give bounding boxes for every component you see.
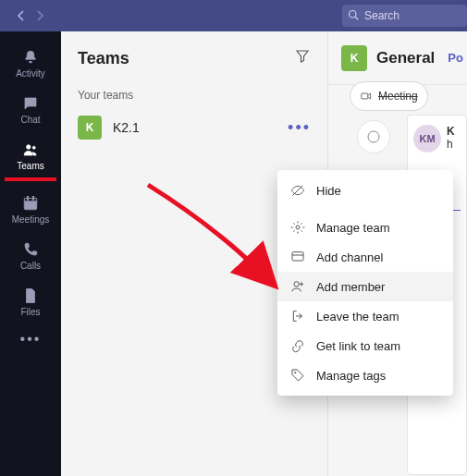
search-icon xyxy=(348,9,359,23)
teams-panel-title: Teams xyxy=(78,49,294,68)
rail-more-button[interactable]: ••• xyxy=(20,331,42,348)
team-avatar: K xyxy=(78,116,102,140)
svg-rect-6 xyxy=(27,197,29,201)
annotation-underline xyxy=(5,177,56,181)
rail-files[interactable]: Files xyxy=(0,279,61,325)
svg-line-1 xyxy=(355,17,358,19)
calendar-icon xyxy=(22,195,39,212)
title-bar: Search xyxy=(0,0,467,31)
hide-icon xyxy=(290,183,305,198)
meet-button[interactable]: Meeting xyxy=(350,81,428,111)
menu-hide[interactable]: Hide xyxy=(277,176,453,205)
add-member-icon xyxy=(290,279,305,294)
channel-avatar: K xyxy=(341,45,367,71)
search-input[interactable]: Search xyxy=(342,5,467,27)
svg-rect-12 xyxy=(292,252,303,261)
menu-manage-tags[interactable]: Manage tags xyxy=(277,360,453,390)
rail-files-label: Files xyxy=(20,307,40,317)
rail-meetings[interactable]: Meetings xyxy=(0,187,61,233)
svg-rect-5 xyxy=(24,199,37,201)
filter-button[interactable] xyxy=(294,48,311,68)
team-context-menu: Hide Manage team Add channel Add member … xyxy=(277,170,453,396)
menu-manage-team[interactable]: Manage team xyxy=(277,213,453,242)
svg-point-14 xyxy=(294,282,299,287)
gear-icon xyxy=(290,220,305,235)
svg-rect-8 xyxy=(362,93,368,99)
rail-activity[interactable]: Activity xyxy=(0,41,61,87)
rail-calls-label: Calls xyxy=(20,261,41,271)
feed-author: K xyxy=(447,125,455,138)
menu-label: Add member xyxy=(316,280,385,294)
leave-icon xyxy=(290,309,305,323)
svg-point-11 xyxy=(296,226,300,229)
search-placeholder: Search xyxy=(364,9,399,22)
video-icon xyxy=(360,90,373,103)
rail-teams-label: Teams xyxy=(17,161,43,171)
file-icon xyxy=(22,287,39,304)
feed-text: h xyxy=(447,138,455,151)
svg-rect-7 xyxy=(32,197,34,201)
menu-get-link[interactable]: Get link to team xyxy=(277,331,453,360)
svg-point-2 xyxy=(27,145,31,150)
svg-point-0 xyxy=(350,10,357,18)
user-avatar: KM xyxy=(413,125,441,153)
team-row[interactable]: K K2.1 ••• xyxy=(61,109,327,146)
info-button[interactable] xyxy=(357,120,390,153)
menu-label: Add channel xyxy=(316,250,383,264)
menu-label: Hide xyxy=(316,184,341,198)
team-more-button[interactable]: ••• xyxy=(288,118,311,138)
tag-icon xyxy=(290,368,305,383)
chat-icon xyxy=(22,95,39,112)
your-teams-label: Your teams xyxy=(78,89,327,102)
app-rail: Activity Chat Teams Meetings Calls Files… xyxy=(0,31,61,476)
menu-add-channel[interactable]: Add channel xyxy=(277,242,453,272)
meet-label: Meeting xyxy=(378,90,418,103)
filter-icon xyxy=(294,48,311,65)
menu-label: Leave the team xyxy=(316,310,399,323)
nav-back-button[interactable] xyxy=(15,9,28,22)
menu-label: Manage team xyxy=(316,221,390,235)
rail-calls[interactable]: Calls xyxy=(0,233,61,279)
channel-icon xyxy=(290,250,305,264)
channel-title: General xyxy=(376,49,435,67)
menu-add-member[interactable]: Add member xyxy=(277,272,453,301)
info-icon xyxy=(366,129,381,144)
bell-icon xyxy=(22,49,39,66)
svg-point-17 xyxy=(294,372,296,373)
nav-forward-button[interactable] xyxy=(33,9,46,22)
team-name-label: K2.1 xyxy=(113,120,288,135)
channel-tab-posts[interactable]: Po xyxy=(448,51,463,65)
rail-meetings-label: Meetings xyxy=(12,214,50,225)
phone-icon xyxy=(22,241,39,258)
menu-label: Manage tags xyxy=(316,369,386,383)
link-icon xyxy=(290,338,305,353)
menu-label: Get link to team xyxy=(316,339,400,353)
rail-activity-label: Activity xyxy=(16,68,45,79)
rail-chat-label: Chat xyxy=(20,115,40,125)
svg-point-9 xyxy=(368,131,379,142)
rail-chat[interactable]: Chat xyxy=(0,87,61,133)
teams-icon xyxy=(22,141,39,158)
rail-teams[interactable]: Teams xyxy=(0,133,61,179)
menu-leave-team[interactable]: Leave the team xyxy=(277,301,453,331)
svg-point-3 xyxy=(32,146,35,149)
